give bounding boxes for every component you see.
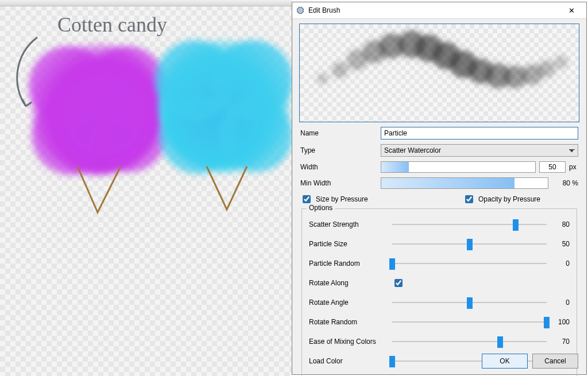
slider-label: Rotate Random — [309, 318, 392, 326]
slider-label: Ease of Mixing Colors — [309, 338, 392, 346]
slider-value: 0 — [554, 299, 570, 307]
slider-value: 50 — [554, 240, 570, 248]
rotate-along-checkbox[interactable] — [394, 279, 403, 287]
slider-label: Scatter Strength — [309, 220, 392, 228]
name-label: Name — [300, 129, 381, 137]
option-slider[interactable] — [392, 243, 547, 245]
slider-value: 80 — [554, 220, 570, 228]
width-unit: px — [569, 163, 578, 171]
dialog-titlebar[interactable]: Edit Brush ✕ — [292, 2, 586, 19]
edit-brush-dialog: Edit Brush ✕ — [292, 2, 587, 375]
close-button[interactable]: ✕ — [560, 4, 583, 17]
opacity-by-pressure-label: Opacity by Pressure — [478, 195, 540, 203]
slider-label: Particle Random — [309, 259, 392, 268]
opacity-by-pressure-checkbox[interactable] — [465, 195, 473, 203]
minwidth-label: Min Width — [300, 179, 381, 187]
slider-label: Rotate Along — [309, 279, 392, 287]
brush-dialog-icon — [296, 6, 305, 15]
name-input[interactable] — [381, 127, 578, 139]
option-slider[interactable] — [392, 224, 547, 225]
width-value[interactable] — [539, 161, 566, 173]
drawing-canvas[interactable]: Cotten candy — [0, 0, 292, 376]
width-slider[interactable] — [381, 161, 536, 173]
option-slider[interactable] — [392, 321, 547, 323]
slider-label: Rotate Angle — [309, 299, 392, 307]
width-label: Width — [300, 163, 381, 171]
type-select[interactable]: Scatter Watercolor — [381, 144, 578, 157]
minwidth-slider[interactable] — [381, 177, 548, 189]
slider-value: 0 — [554, 259, 570, 268]
size-by-pressure-checkbox[interactable] — [303, 195, 311, 203]
drawing-content: Cotten candy — [0, 0, 292, 376]
brush-preview — [299, 24, 579, 122]
svg-text:Cotten candy: Cotten candy — [57, 13, 167, 36]
minwidth-value: 80 % — [552, 179, 578, 187]
option-slider[interactable] — [392, 302, 547, 303]
svg-point-4 — [92, 98, 167, 172]
option-slider[interactable] — [392, 263, 547, 264]
slider-value: 70 — [554, 338, 570, 346]
svg-point-9 — [218, 98, 292, 172]
type-label: Type — [300, 146, 381, 154]
ok-button[interactable]: OK — [482, 354, 528, 369]
slider-value: 100 — [554, 318, 570, 326]
svg-point-11 — [317, 73, 328, 84]
svg-point-24 — [538, 60, 555, 77]
dialog-title: Edit Brush — [308, 6, 340, 14]
svg-point-25 — [554, 55, 568, 69]
cancel-button[interactable]: Cancel — [532, 354, 578, 369]
svg-point-12 — [332, 62, 348, 78]
options-legend: Options — [307, 204, 335, 212]
option-slider[interactable] — [392, 341, 547, 342]
size-by-pressure-label: Size by Pressure — [316, 195, 368, 203]
slider-label: Particle Size — [309, 240, 392, 248]
